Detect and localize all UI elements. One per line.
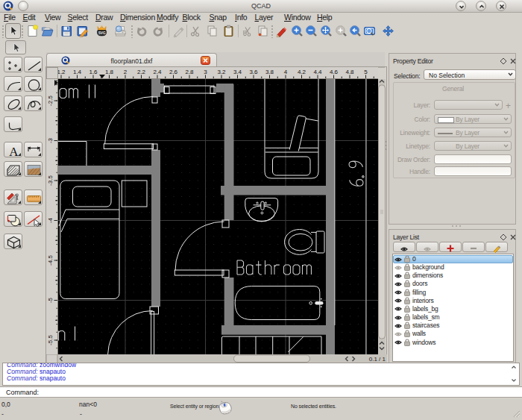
svg-text:0.1 / 1: 0.1 / 1	[369, 356, 386, 363]
svg-text:SVG: SVG	[98, 31, 106, 35]
